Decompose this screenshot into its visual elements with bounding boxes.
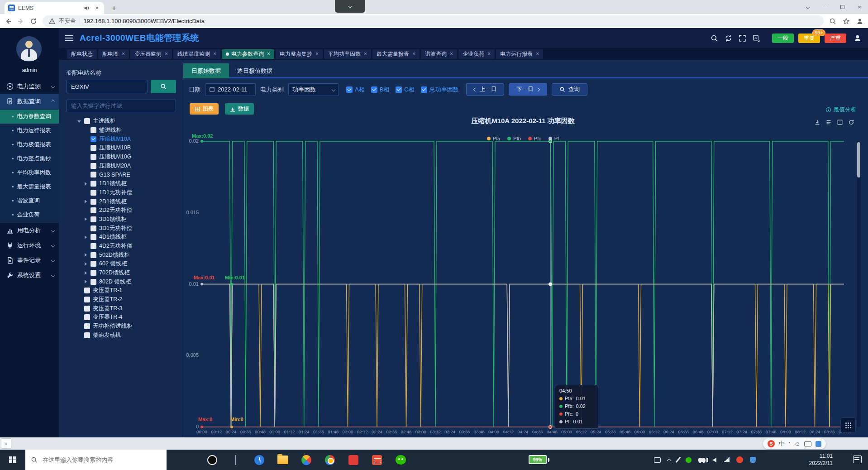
volume-icon[interactable] xyxy=(712,458,716,462)
search-icon[interactable] xyxy=(711,34,718,42)
network-icon[interactable] xyxy=(723,457,730,462)
new-tab-button[interactable]: + xyxy=(110,4,119,13)
profile-icon[interactable] xyxy=(856,18,863,25)
close-icon[interactable]: × xyxy=(122,51,125,57)
sidebar-subitem[interactable]: •企业负荷 xyxy=(0,208,59,222)
close-icon[interactable]: × xyxy=(213,51,216,57)
tree-node[interactable]: 压缩机M10A xyxy=(59,134,183,144)
tree-node[interactable]: 变压器TR-3 xyxy=(59,304,183,313)
nav-tab[interactable]: 配电图× xyxy=(98,49,129,59)
zh-icon[interactable]: 中 xyxy=(779,440,785,448)
checkbox[interactable] xyxy=(91,234,96,240)
caret-right-icon[interactable] xyxy=(83,279,88,284)
checkbox[interactable] xyxy=(91,270,96,276)
checkbox[interactable] xyxy=(91,190,96,196)
tab-dropdown[interactable] xyxy=(335,0,365,13)
mail-icon[interactable] xyxy=(371,454,383,466)
checkbox[interactable] xyxy=(84,323,90,329)
clock-icon[interactable] xyxy=(253,454,265,466)
checkbox[interactable] xyxy=(91,252,96,258)
explorer-icon[interactable] xyxy=(277,454,289,466)
security-label[interactable]: 不安全 xyxy=(59,17,76,25)
checkbox[interactable] xyxy=(91,207,96,213)
pen-icon[interactable] xyxy=(677,456,679,463)
caret-down-icon[interactable] xyxy=(77,119,81,124)
sidebar-item[interactable]: 运行环境 xyxy=(0,238,59,253)
checkbox[interactable] xyxy=(91,145,96,151)
checkbox[interactable] xyxy=(91,127,96,133)
tree-node[interactable]: 1D1馈线柜 xyxy=(59,179,183,188)
sogou-icon[interactable] xyxy=(736,456,743,463)
caret-right-icon[interactable] xyxy=(83,262,88,266)
checkbox[interactable] xyxy=(91,243,96,249)
data-tab[interactable]: 日原始数据 xyxy=(183,63,229,78)
sidebar-subitem[interactable]: •谐波查询 xyxy=(0,194,59,208)
checkbox[interactable] xyxy=(91,199,96,205)
tree-node[interactable]: 柴油发动机 xyxy=(59,331,183,340)
phase-checkbox[interactable]: 总功率因数 xyxy=(421,86,459,94)
caret-right-icon[interactable] xyxy=(83,253,88,257)
start-button[interactable] xyxy=(0,450,25,470)
tree-node[interactable]: 602 馈线柜 xyxy=(59,259,183,269)
checkbox[interactable] xyxy=(91,163,96,169)
fullscreen-icon[interactable] xyxy=(739,34,746,42)
close-icon[interactable]: × xyxy=(93,5,100,11)
max-min-analysis-link[interactable]: 最值分析 xyxy=(825,106,856,114)
close-icon[interactable]: × xyxy=(165,51,168,57)
caret-right-icon[interactable] xyxy=(83,217,88,221)
taskbar-search-input[interactable] xyxy=(42,456,161,464)
checkbox[interactable] xyxy=(396,86,402,93)
hamburger-menu-icon[interactable] xyxy=(65,35,73,41)
translate-icon[interactable]: A xyxy=(753,34,760,42)
reload-icon[interactable] xyxy=(30,18,37,25)
url-text[interactable]: 192.168.1.100:8090/3000WEBV2/ElectricDat… xyxy=(84,18,818,24)
checkbox[interactable] xyxy=(91,154,96,160)
prev-day-button[interactable]: 上一日 xyxy=(466,83,505,96)
wps-icon[interactable] xyxy=(348,454,359,466)
scroll-left-button[interactable]: ‹ xyxy=(1,438,11,449)
close-icon[interactable]: × xyxy=(450,51,453,57)
user-icon[interactable] xyxy=(854,34,862,42)
chart-plot[interactable]: Max:0.02Max:0.01Min:0.01Max:0Min:004:50P… xyxy=(202,141,844,427)
tab-audio-icon[interactable] xyxy=(84,5,90,11)
chart-vertical-scrollbar[interactable] xyxy=(857,141,861,427)
tree-node[interactable]: 502D馈线柜 xyxy=(59,250,183,259)
caret-right-icon[interactable] xyxy=(83,235,88,240)
checkbox[interactable] xyxy=(84,297,90,302)
forward-icon[interactable] xyxy=(17,18,24,25)
caret-right-icon[interactable] xyxy=(83,199,88,204)
close-icon[interactable]: × xyxy=(267,51,270,57)
nav-tab[interactable]: 企业负荷× xyxy=(458,49,495,59)
tree-node[interactable]: 3D1无功补偿 xyxy=(59,224,183,233)
category-select[interactable]: 功率因数 xyxy=(288,83,339,96)
checkbox[interactable] xyxy=(91,172,96,177)
close-icon[interactable]: × xyxy=(364,51,367,57)
alarm-button[interactable]: 一般 xyxy=(772,34,794,43)
checkbox[interactable] xyxy=(84,118,90,124)
keyboard-icon[interactable] xyxy=(804,441,811,446)
close-icon[interactable]: × xyxy=(536,51,539,57)
date-input[interactable]: 2022-02-11 xyxy=(205,83,256,96)
caret-right-icon[interactable] xyxy=(83,182,88,186)
checkbox[interactable] xyxy=(91,136,96,142)
back-to-top-button[interactable] xyxy=(840,417,856,433)
sidebar-subitem[interactable]: •最大需量报表 xyxy=(0,180,59,194)
tree-filter-input[interactable] xyxy=(66,100,176,112)
tree-node[interactable]: 变压器TR-1 xyxy=(59,286,183,295)
checkbox[interactable] xyxy=(421,86,427,93)
maximize-button[interactable] xyxy=(834,0,851,14)
checkbox[interactable] xyxy=(346,86,353,93)
sidebar-item[interactable]: 电力监测 xyxy=(0,79,59,94)
sidebar-item[interactable]: 数据查询 xyxy=(0,94,59,109)
checkbox[interactable] xyxy=(91,261,96,267)
avatar[interactable] xyxy=(16,36,42,62)
tree-node[interactable]: 变压器TR-2 xyxy=(59,295,183,304)
list-icon[interactable] xyxy=(825,119,832,125)
tree-node[interactable]: 802D 馈线柜 xyxy=(59,277,183,286)
nav-tab[interactable]: 线缆温度监测× xyxy=(173,49,220,59)
tree-node[interactable]: 主进线柜 xyxy=(59,117,183,126)
nav-tab[interactable]: 电力参数查询× xyxy=(222,49,274,59)
legend-item[interactable]: Pfb xyxy=(507,136,521,141)
query-button[interactable]: 查询 xyxy=(552,83,587,96)
tree-node[interactable]: 压缩机M20A xyxy=(59,161,183,170)
